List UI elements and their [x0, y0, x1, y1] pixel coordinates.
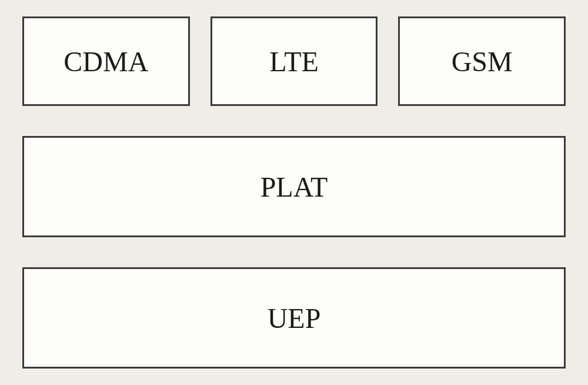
cdma-box: CDMA [22, 16, 190, 106]
plat-box: PLAT [22, 136, 566, 237]
architecture-diagram: CDMA LTE GSM PLAT UEP [22, 16, 566, 369]
uep-label: UEP [268, 302, 321, 334]
gsm-label: GSM [452, 45, 513, 78]
top-row: CDMA LTE GSM [22, 16, 566, 106]
lte-box: LTE [211, 16, 378, 106]
uep-box: UEP [22, 267, 566, 369]
plat-label: PLAT [260, 171, 328, 203]
gsm-box: GSM [398, 16, 566, 106]
lte-label: LTE [269, 45, 319, 78]
cdma-label: CDMA [64, 45, 148, 78]
